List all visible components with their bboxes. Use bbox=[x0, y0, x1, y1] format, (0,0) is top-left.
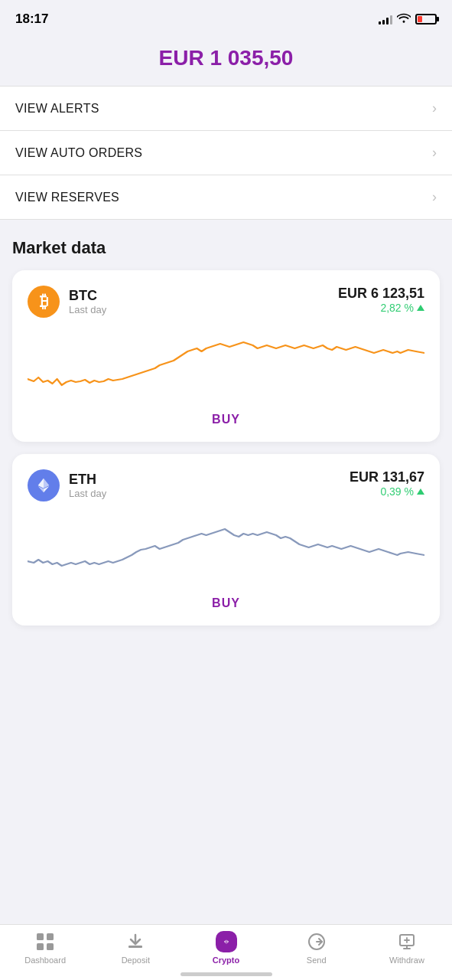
btc-left: ₿ BTC Last day bbox=[28, 286, 106, 318]
nav-item-withdraw[interactable]: Withdraw bbox=[362, 931, 452, 965]
btc-up-arrow bbox=[417, 305, 424, 311]
svg-rect-5 bbox=[47, 933, 54, 940]
btc-card-header: ₿ BTC Last day EUR 6 123,51 2,82 % bbox=[28, 286, 424, 318]
btc-name-block: BTC Last day bbox=[69, 288, 106, 315]
eth-right: EUR 131,67 0,39 % bbox=[350, 469, 424, 498]
battery-icon bbox=[415, 14, 437, 24]
btc-symbol: BTC bbox=[69, 288, 106, 304]
market-data-title: Market data bbox=[12, 238, 440, 258]
nav-label-dashboard: Dashboard bbox=[24, 956, 66, 965]
eth-card-header: ETH Last day EUR 131,67 0,39 % bbox=[28, 469, 424, 501]
chevron-right-icon: › bbox=[432, 189, 437, 205]
deposit-icon bbox=[125, 931, 146, 952]
eth-icon bbox=[28, 469, 60, 501]
btc-chart bbox=[28, 324, 424, 400]
btc-buy-button[interactable]: BUY bbox=[28, 410, 424, 430]
nav-item-send[interactable]: Send bbox=[272, 931, 362, 965]
menu-item-alerts[interactable]: VIEW ALERTS › bbox=[0, 87, 452, 131]
eth-price: EUR 131,67 bbox=[350, 469, 424, 485]
menu-item-alerts-label: VIEW ALERTS bbox=[15, 102, 99, 116]
menu-list: VIEW ALERTS › VIEW AUTO ORDERS › VIEW RE… bbox=[0, 87, 452, 220]
nav-label-crypto: Crypto bbox=[213, 956, 239, 965]
send-icon bbox=[306, 931, 327, 952]
btc-card: ₿ BTC Last day EUR 6 123,51 2,82 % BUY bbox=[12, 270, 440, 442]
eth-left: ETH Last day bbox=[28, 469, 106, 501]
balance-section: EUR 1 035,50 bbox=[0, 34, 452, 87]
svg-rect-7 bbox=[47, 943, 54, 950]
crypto-icon bbox=[216, 931, 237, 952]
svg-rect-4 bbox=[37, 933, 44, 940]
eth-period: Last day bbox=[69, 488, 106, 499]
menu-item-reserves-label: VIEW RESERVES bbox=[15, 191, 119, 204]
balance-amount: EUR 1 035,50 bbox=[15, 46, 437, 70]
nav-label-deposit: Deposit bbox=[122, 956, 150, 965]
chevron-right-icon: › bbox=[432, 100, 437, 116]
withdraw-icon bbox=[396, 931, 418, 952]
eth-card: ETH Last day EUR 131,67 0,39 % BUY bbox=[12, 454, 440, 626]
eth-up-arrow bbox=[417, 488, 424, 495]
btc-price: EUR 6 123,51 bbox=[338, 286, 424, 302]
dashboard-icon bbox=[34, 931, 56, 952]
btc-right: EUR 6 123,51 2,82 % bbox=[338, 286, 424, 314]
status-icons bbox=[379, 12, 437, 26]
menu-item-auto-orders[interactable]: VIEW AUTO ORDERS › bbox=[0, 131, 452, 175]
status-bar: 18:17 bbox=[0, 0, 452, 34]
home-indicator bbox=[180, 972, 272, 976]
btc-period: Last day bbox=[69, 304, 106, 315]
wifi-icon bbox=[397, 12, 411, 26]
eth-buy-button[interactable]: BUY bbox=[28, 593, 424, 613]
menu-item-reserves[interactable]: VIEW RESERVES › bbox=[0, 175, 452, 220]
nav-item-deposit[interactable]: Deposit bbox=[90, 931, 180, 965]
svg-rect-8 bbox=[128, 946, 142, 948]
eth-chart bbox=[28, 508, 424, 584]
menu-item-auto-orders-label: VIEW AUTO ORDERS bbox=[15, 146, 142, 160]
eth-name-block: ETH Last day bbox=[69, 472, 106, 499]
svg-rect-6 bbox=[37, 943, 44, 950]
eth-change: 0,39 % bbox=[350, 485, 424, 498]
nav-label-send: Send bbox=[307, 956, 327, 965]
signal-icon bbox=[379, 14, 392, 24]
chevron-right-icon: › bbox=[432, 145, 437, 161]
btc-change: 2,82 % bbox=[338, 302, 424, 314]
nav-label-withdraw: Withdraw bbox=[389, 956, 424, 965]
btc-icon: ₿ bbox=[28, 286, 60, 318]
nav-item-crypto[interactable]: Crypto bbox=[180, 931, 271, 965]
market-section: Market data ₿ BTC Last day EUR 6 123,51 … bbox=[0, 220, 452, 727]
status-time: 18:17 bbox=[15, 11, 48, 27]
nav-item-dashboard[interactable]: Dashboard bbox=[0, 931, 90, 965]
eth-symbol: ETH bbox=[69, 472, 106, 488]
